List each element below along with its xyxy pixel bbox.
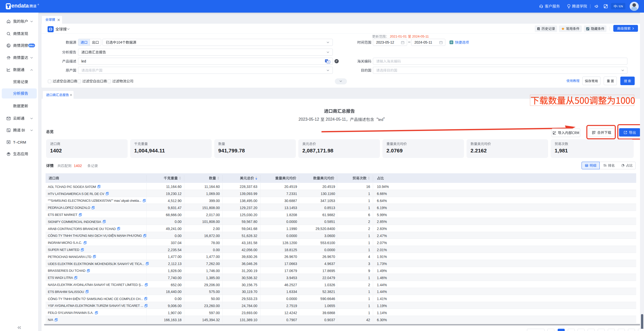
svg-text:BI: BI — [8, 130, 10, 132]
svg-text:A: A — [328, 61, 330, 63]
